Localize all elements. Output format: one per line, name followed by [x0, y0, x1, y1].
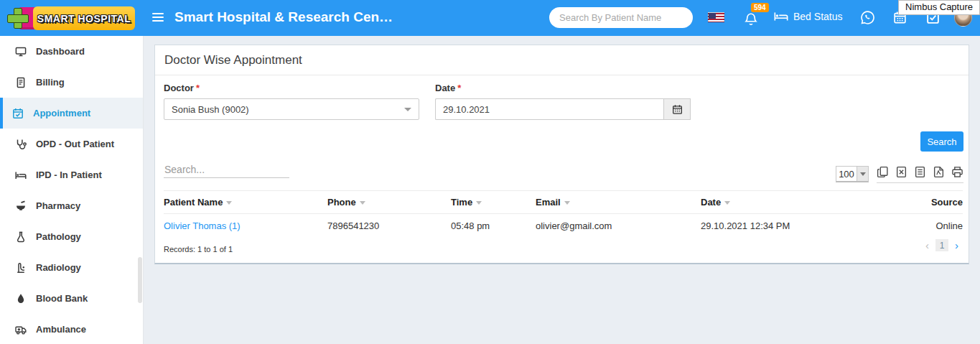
language-flag-icon[interactable]: [708, 12, 724, 22]
page-number-button[interactable]: 1: [935, 239, 948, 251]
sidebar-item-label: IPD - In Patient: [36, 169, 102, 180]
appointments-table: Patient Name Phone Time Email Date Sourc…: [164, 190, 963, 238]
email-cell: olivier@gmail.com: [536, 220, 701, 231]
table-header-row: Patient Name Phone Time Email Date Sourc…: [164, 190, 963, 214]
sidebar-nav: Dashboard Billing Appointment OPD - Out …: [0, 36, 144, 344]
table-row: Olivier Thomas (1) 7896541230 05:48 pm o…: [164, 214, 963, 238]
sidebar-item-ambulance[interactable]: Ambulance: [0, 314, 143, 344]
bed-icon: [15, 169, 27, 181]
doctor-select-value: Sonia Bush (9002): [172, 104, 249, 115]
calendar-icon: [672, 104, 683, 115]
column-header-source[interactable]: Source: [902, 197, 963, 208]
sidebar-item-label: Billing: [36, 77, 65, 88]
sidebar-item-billing[interactable]: Billing: [0, 67, 143, 98]
panel-title: Doctor Wise Appointment: [155, 45, 969, 75]
logo-plate: SMART HOSPITAL: [33, 6, 135, 30]
date-label: Date*: [435, 83, 461, 93]
sidebar-item-label: Pharmacy: [36, 200, 80, 211]
page-size-value: 100: [836, 169, 857, 180]
sidebar-item-ipd[interactable]: IPD - In Patient: [0, 159, 143, 190]
records-summary: Records: 1 to 1 of 1: [164, 245, 233, 254]
sidebar-item-label: Blood Bank: [36, 293, 88, 304]
page-size-select[interactable]: 100: [836, 166, 869, 182]
sort-icon: [360, 201, 365, 205]
bed-status-label: Bed Status: [793, 11, 843, 22]
sidebar-item-dashboard[interactable]: Dashboard: [0, 36, 143, 67]
sidebar-item-label: OPD - Out Patient: [36, 139, 114, 149]
calendar-check-icon: [12, 108, 24, 119]
sidebar-item-label: Radiology: [36, 262, 81, 273]
doctor-select[interactable]: Sonia Bush (9002): [164, 98, 419, 120]
export-toolbar: [877, 166, 963, 183]
patient-search-box: [549, 7, 693, 28]
sort-icon: [564, 201, 570, 205]
excel-export-icon[interactable]: [895, 166, 907, 178]
date-input[interactable]: [435, 98, 663, 120]
notifications-bell-icon[interactable]: [745, 12, 757, 29]
invoice-icon: [15, 77, 27, 88]
mortar-icon: [15, 200, 27, 212]
column-header-phone[interactable]: Phone: [327, 197, 451, 208]
previous-page-icon[interactable]: ‹: [925, 239, 929, 251]
patient-search-input[interactable]: [559, 12, 686, 23]
ambulance-icon: [15, 324, 27, 335]
flask-icon: [15, 231, 27, 243]
chevron-down-icon: [857, 167, 868, 181]
sidebar-item-label: Appointment: [33, 108, 90, 118]
logo-brand-text: SMART HOSPITAL: [37, 13, 131, 24]
doctor-label: Doctor*: [164, 83, 200, 93]
time-cell: 05:48 pm: [451, 220, 536, 231]
patient-name-link[interactable]: Olivier Thomas (1): [164, 220, 327, 231]
top-header-bar: SMART HOSPITAL Smart Hospital & Research…: [0, 0, 980, 36]
print-icon[interactable]: [951, 166, 963, 178]
next-page-icon[interactable]: ›: [955, 239, 958, 251]
page-title: Smart Hospital & Research Cen…: [174, 9, 393, 25]
whatsapp-icon[interactable]: [860, 10, 875, 28]
copy-icon[interactable]: [877, 166, 889, 178]
sort-icon: [476, 201, 482, 205]
chevron-down-icon: [404, 108, 411, 111]
column-header-patient-name[interactable]: Patient Name: [164, 197, 327, 208]
app-logo[interactable]: SMART HOSPITAL: [6, 6, 135, 30]
sidebar-item-label: Pathology: [36, 231, 81, 242]
doctor-wise-appointment-panel: Doctor Wise Appointment Doctor* Sonia Bu…: [154, 45, 969, 264]
bed-status-button[interactable]: Bed Status: [774, 11, 843, 22]
column-header-email[interactable]: Email: [536, 197, 701, 208]
sidebar-item-pharmacy[interactable]: Pharmacy: [0, 190, 143, 221]
logo-cross-icon: [7, 14, 29, 23]
date-cell: 29.10.2021 12:34 PM: [701, 220, 902, 231]
sidebar-item-label: Dashboard: [36, 46, 85, 57]
column-header-time[interactable]: Time: [451, 197, 536, 208]
sidebar-scrollbar[interactable]: [138, 257, 142, 303]
nimbus-capture-tooltip: Nimbus Capture: [898, 0, 980, 15]
sidebar-item-opd[interactable]: OPD - Out Patient: [0, 129, 143, 159]
date-field-group: [435, 98, 691, 120]
required-asterisk: *: [196, 83, 200, 93]
blood-drop-icon: [15, 293, 27, 305]
date-picker-button[interactable]: [663, 98, 691, 120]
sidebar-item-radiology[interactable]: Radiology: [0, 252, 143, 283]
table-search-box: [164, 162, 289, 178]
sidebar-item-label: Ambulance: [36, 324, 86, 335]
sidebar-item-pathology[interactable]: Pathology: [0, 221, 143, 252]
pdf-export-icon[interactable]: [933, 166, 945, 178]
phone-cell: 7896541230: [327, 220, 451, 231]
required-asterisk: *: [457, 83, 461, 93]
table-search-input[interactable]: [164, 162, 289, 178]
search-button[interactable]: Search: [920, 131, 963, 152]
notification-badge: 594: [751, 3, 769, 12]
radiology-icon: [15, 262, 27, 274]
sidebar-item-blood-bank[interactable]: Blood Bank: [0, 283, 143, 314]
bed-icon: [774, 11, 788, 22]
column-header-date[interactable]: Date: [701, 197, 902, 208]
monitor-icon: [15, 46, 27, 57]
menu-toggle-icon[interactable]: [152, 13, 164, 23]
sidebar-item-appointment[interactable]: Appointment: [0, 98, 143, 129]
source-cell: Online: [902, 220, 963, 231]
csv-export-icon[interactable]: [914, 166, 926, 178]
sort-icon: [724, 201, 730, 205]
pagination: ‹ 1 ›: [925, 239, 958, 251]
stethoscope-icon: [15, 139, 27, 150]
sort-icon: [226, 201, 232, 205]
